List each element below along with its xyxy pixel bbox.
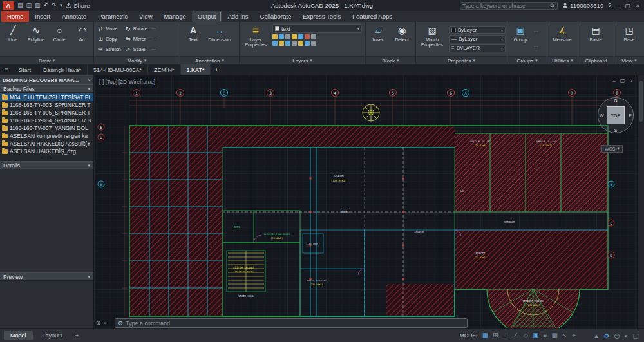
minimize-button[interactable]: – [616,3,619,9]
paste-button[interactable]: ▤Paste [580,23,611,55]
backup-file-item[interactable]: ASELSAN kompresör ısı geri ka [0,132,93,140]
backup-file-item[interactable]: M04_E+H TEMİZSU TESİSAT PL [0,93,93,101]
ribbon-tab-collaborate[interactable]: Collaborate [254,11,298,22]
command-input[interactable] [126,320,464,327]
annotation-monitor-icon[interactable]: ◎ [614,332,620,339]
ribbon-tab-view[interactable]: View [133,11,158,22]
arc-button[interactable]: ◠Arc [71,23,93,55]
ribbon-tab-parametric[interactable]: Parametric [92,11,133,22]
model-tab[interactable]: Model [4,331,33,340]
annotation-visibility-icon[interactable]: ▲ [593,332,600,339]
open-icon[interactable]: ▤ [17,1,23,10]
help-search-input[interactable] [462,3,548,9]
measure-button[interactable]: ∡Measure [549,23,575,55]
ribbon-tab-annotate[interactable]: Annotate [56,11,92,22]
viewcube-east[interactable]: E [629,113,632,118]
layer-tool-icon[interactable] [305,34,310,39]
viewcube-top-face[interactable]: TOP [607,106,625,124]
new-layout-button[interactable]: + [73,332,82,339]
viewport-view-control[interactable]: [Top] [106,79,117,85]
viewport-visual-style-control[interactable]: [2D Wireframe] [118,79,155,85]
new-drawing-tab-button[interactable]: + [211,64,222,75]
clean-screen-icon[interactable]: ▢ [633,332,639,339]
maximize-button[interactable]: ▢ [625,3,630,9]
color-dropdown[interactable]: ByLayer▾ [449,26,506,34]
palette-title-bar[interactable]: DRAWING RECOVERY MANA... × [0,75,93,84]
ribbon-tab-output[interactable]: Output [192,11,222,22]
help-search-box[interactable] [460,2,558,10]
command-dock-close-icon[interactable]: × [104,320,107,326]
utilities-panel-footer[interactable]: Utilities▾ [547,56,578,64]
column-markers[interactable] [310,178,404,280]
view-panel-footer[interactable]: View▾ [614,56,644,64]
layer-tool-icon[interactable] [311,34,316,39]
move-button[interactable]: ⇄Move [97,26,121,32]
match-properties-button[interactable]: ▧Match Properties [418,23,446,55]
command-dock-grid-icon[interactable]: ⊞ [96,320,100,326]
redo-icon[interactable]: ↷ [52,1,57,10]
preview-header[interactable]: Preview▾ [0,272,93,281]
polyline-button[interactable]: ∿Polyline [25,23,47,55]
line-button[interactable]: ╱Line [2,23,24,55]
ribbon-tab-home[interactable]: Home [1,11,29,22]
doc-restore-button[interactable]: ▢ [620,78,625,84]
layer-tool-icon[interactable] [279,34,284,39]
selection-cycling-icon[interactable]: ↖ [562,332,567,339]
ribbon-tab-addins[interactable]: Add-ins [222,11,254,22]
account-button[interactable]: 1190603619 [562,2,603,9]
layer-properties-button[interactable]: ≣Layer Properties [242,23,270,55]
close-button[interactable]: × [636,3,639,9]
file-tab-514-hb-mu-005a[interactable]: 514-HB-MU-005A* [88,64,148,75]
save-icon[interactable]: ◫ [26,1,32,10]
grid-icon[interactable]: ▦ [482,332,488,339]
clipboard-panel-footer[interactable]: Clipboard [578,56,614,64]
qat-dropdown-icon[interactable]: ▾ [60,1,63,10]
backup-file-item[interactable]: 1168-165-TY-005_SPRINKLER T [0,109,93,117]
lineweight-icon[interactable]: ≡ [544,332,547,339]
insert-button[interactable]: ▱Insert [368,23,390,55]
circle-button[interactable]: ○Circle [48,23,70,55]
isodraft-icon[interactable]: ◇ [523,332,528,339]
dimension-button[interactable]: ↔Dimension [205,23,234,55]
file-tab-basincli-hava[interactable]: Basınçlı Hava* [37,64,88,75]
properties-panel-footer[interactable]: Properties▾ [416,56,507,64]
linetype-dropdown[interactable]: —ByLayer▾ [449,35,506,43]
layer-tool-icon[interactable] [285,34,290,39]
help-icon[interactable]: ? [608,1,611,10]
viewcube-west[interactable]: W [600,113,604,118]
ortho-icon[interactable]: ⊥ [503,332,509,339]
layer-dropdown[interactable]: text ▾ [272,24,362,33]
annotation-panel-footer[interactable]: Annotation▾ [180,56,239,64]
modify-panel-footer[interactable]: Modify▾ [94,56,180,64]
layer-tool-icon[interactable] [285,41,290,46]
viewcube-south[interactable]: S [614,128,618,133]
command-customize-icon[interactable]: ⚙ [118,320,123,327]
floor-plan-drawing[interactable]: 1 2 3 4 5 6 7 8 C A E D B B C D [94,75,644,328]
file-tab-1kat[interactable]: 1.KAT* [181,64,211,75]
command-line[interactable]: ⚙ [115,318,468,328]
layer-tool-icon[interactable] [292,34,297,39]
layer-tool-icon[interactable] [272,34,278,39]
mirror-button[interactable]: ⇋Mirror [125,35,147,42]
stretch-button[interactable]: ↦Stretch [97,46,121,52]
workspace-gear-icon[interactable]: ⚙ [604,332,610,339]
palette-close-icon[interactable]: × [88,77,91,83]
draw-panel-footer[interactable]: Draw▾ [0,56,93,64]
layer-tool-icon[interactable] [292,41,297,46]
spiral-stair-symbol[interactable] [363,104,379,121]
file-tab-menu-icon[interactable]: ≡ [0,64,13,75]
wcs-selector[interactable]: WCS ▾ [601,145,623,153]
layer-tool-icon[interactable] [279,41,284,46]
backup-file-item[interactable]: 1168-165-TY-003_SPRINKLER T [0,101,93,109]
backup-file-item[interactable]: ASELSAN HAKKEDİŞ AssBuilt(Y [0,140,93,147]
groups-panel-footer[interactable]: Groups▾ [507,56,547,64]
ribbon-tab-featured-apps[interactable]: Featured Apps [346,11,398,22]
group-button[interactable]: ▣Group [509,23,531,55]
viewcube-north[interactable]: N [614,98,617,102]
layer-tool-icon[interactable] [298,41,303,46]
layer-tool-icon[interactable] [305,41,310,46]
layers-panel-footer[interactable]: Layers▾ [240,56,365,64]
model-space-canvas[interactable]: 1 2 3 4 5 6 7 8 C A E D B B C D [94,75,644,328]
details-header[interactable]: Details▾ [0,161,93,169]
vertical-scrollbar[interactable] [638,75,644,328]
